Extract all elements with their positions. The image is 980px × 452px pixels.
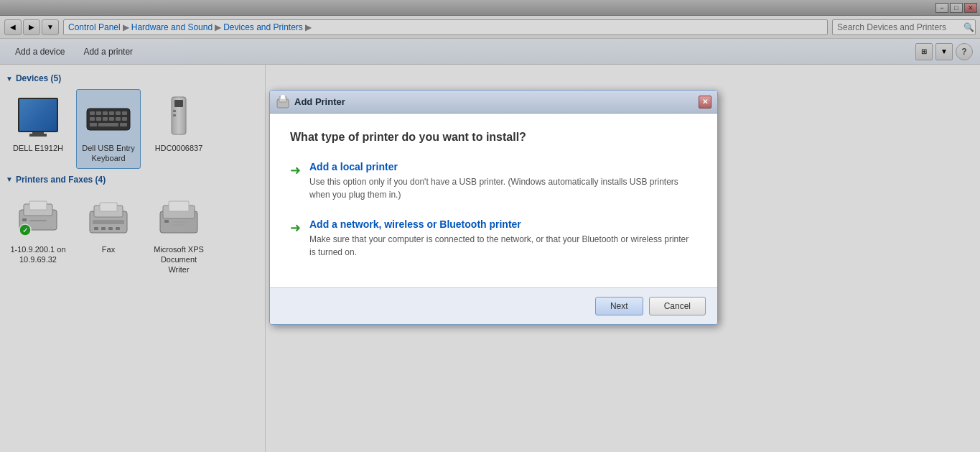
option2-arrow-icon: ➜ — [290, 220, 301, 236]
option2-title[interactable]: Add a network, wireless or Bluetooth pri… — [309, 218, 697, 230]
option1-desc: Use this option only if you don't have a… — [309, 175, 697, 201]
next-button[interactable]: Next — [595, 297, 643, 315]
dialog-close-button[interactable]: ✕ — [699, 96, 711, 109]
option1-title[interactable]: Add a local printer — [309, 161, 697, 172]
add-printer-dialog: Add Printer ✕ What type of printer do yo… — [269, 90, 718, 325]
option2-content: Add a network, wireless or Bluetooth pri… — [309, 218, 697, 259]
svg-rect-43 — [281, 95, 285, 99]
option-network-printer[interactable]: ➜ Add a network, wireless or Bluetooth p… — [290, 218, 697, 259]
dialog-footer: Next Cancel — [270, 287, 717, 324]
dialog-body: What type of printer do you want to inst… — [270, 114, 717, 287]
cancel-button[interactable]: Cancel — [649, 297, 706, 315]
dialog-title-icon — [276, 95, 290, 109]
dialog-titlebar: Add Printer ✕ — [270, 91, 717, 114]
option1-content: Add a local printer Use this option only… — [309, 161, 697, 201]
dialog-question: What type of printer do you want to inst… — [290, 131, 697, 144]
option2-desc: Make sure that your computer is connecte… — [309, 233, 697, 259]
option1-arrow-icon: ➜ — [290, 162, 301, 178]
option-local-printer[interactable]: ➜ Add a local printer Use this option on… — [290, 161, 697, 201]
dialog-title-text: Add Printer — [294, 96, 699, 107]
